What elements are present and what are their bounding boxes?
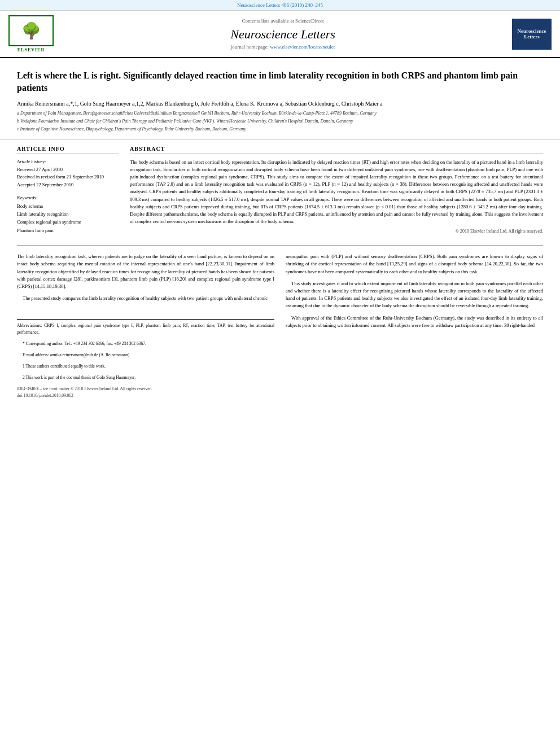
contents-available: Contents lists available at ScienceDirec… xyxy=(242,18,324,24)
keyword-list: Body schema Limb laterality recognition … xyxy=(17,202,119,235)
history-label: Article history: xyxy=(17,159,119,164)
article-title: Left is where the L is right. Significan… xyxy=(17,69,543,95)
affiliation-a: a Department of Pain Management, Berufsg… xyxy=(17,110,543,117)
article-info-abstract: ARTICLE INFO Article history: Received 2… xyxy=(0,140,560,246)
article-info-heading: ARTICLE INFO xyxy=(17,146,119,154)
body-para-1: The limb laterality recognition task, wh… xyxy=(17,253,274,290)
body-para-2: The presented study compares the limb la… xyxy=(17,295,274,302)
keywords-label: Keywords: xyxy=(17,195,119,200)
abstract-text: The body schema is based on an intact co… xyxy=(130,159,543,226)
bottom-issn: 0304-3940/$ – see front matter © 2010 El… xyxy=(17,386,274,392)
article-title-section: Left is where the L is right. Significan… xyxy=(0,58,560,140)
authors: Annika Reinersmann a,*,1, Golo Sung Haar… xyxy=(17,101,543,107)
journal-logo-text: NeuroscienceLetters xyxy=(518,28,546,40)
keywords-block: Keywords: Body schema Limb laterality re… xyxy=(17,195,119,235)
bottom-doi: doi:10.1016/j.neulet.2010.09.062 xyxy=(17,392,274,399)
journal-reference: Neuroscience Letters 486 (2010) 240–245 xyxy=(0,0,560,11)
journal-logo-box: NeuroscienceLetters xyxy=(512,19,552,50)
elsevier-logo: 🌳 ELSEVIER xyxy=(6,15,56,53)
header-center: Contents lists available at ScienceDirec… xyxy=(62,15,504,53)
body-section: The limb laterality recognition task, wh… xyxy=(0,246,560,405)
keyword-0: Body schema xyxy=(17,202,119,210)
footnote-email: E-mail address: annika.reinersmann@rub.d… xyxy=(17,352,274,359)
elsevier-brand: ELSEVIER xyxy=(18,47,45,53)
body-col-left: The limb laterality recognition task, wh… xyxy=(17,253,274,399)
history-dates: Received 27 April 2010 Received in revis… xyxy=(17,166,119,189)
footnote-corresponding: * Corresponding author. Tel.: +49 234 30… xyxy=(17,340,274,347)
keyword-3: Phantom limb pain xyxy=(17,226,119,234)
footnote-abbreviations: Abbreviations: CRPS I, complex regional … xyxy=(17,322,274,336)
journal-title: Neuroscience Letters xyxy=(230,27,335,42)
body-col-right: neuropathic pain with (PLP) and without … xyxy=(286,253,543,399)
affiliations: a Department of Pain Management, Berufsg… xyxy=(17,110,543,133)
footnote-2: 2 This work is part of the doctoral thes… xyxy=(17,374,274,381)
abstract-heading: ABSTRACT xyxy=(130,146,543,154)
abstract-panel: ABSTRACT The body schema is based on an … xyxy=(130,146,543,241)
keyword-1: Limb laterality recognition xyxy=(17,210,119,218)
footnote-1: 1 These authors contributed equally to t… xyxy=(17,363,274,370)
article-history: Article history: Received 27 April 2010 … xyxy=(17,159,119,189)
article-info-panel: ARTICLE INFO Article history: Received 2… xyxy=(17,146,119,241)
journal-homepage-link[interactable]: www.elsevier.com/locate/neulet xyxy=(270,44,335,50)
body-para-3: neuropathic pain with (PLP) and without … xyxy=(286,253,543,276)
affiliation-b: b Vodafone Foundation Institute and Chai… xyxy=(17,118,543,125)
copyright-line: © 2010 Elsevier Ireland Ltd. All rights … xyxy=(130,229,543,234)
journal-logo: NeuroscienceLetters xyxy=(509,15,554,53)
body-para-5: With approval of the Ethics Committee of… xyxy=(286,314,543,329)
journal-homepage: journal homepage: www.elsevier.com/locat… xyxy=(231,44,335,50)
journal-header: 🌳 ELSEVIER Contents lists available at S… xyxy=(0,11,560,58)
keyword-2: Complex regional pain syndrome xyxy=(17,218,119,226)
body-para-4: This study investigates if and to which … xyxy=(286,280,543,310)
elsevier-tree-icon: 🌳 xyxy=(21,23,41,39)
footnotes: Abbreviations: CRPS I, complex regional … xyxy=(17,319,274,381)
bottom-info: 0304-3940/$ – see front matter © 2010 El… xyxy=(17,386,274,399)
affiliation-c: c Institute of Cognitive Neuroscience, B… xyxy=(17,126,543,133)
